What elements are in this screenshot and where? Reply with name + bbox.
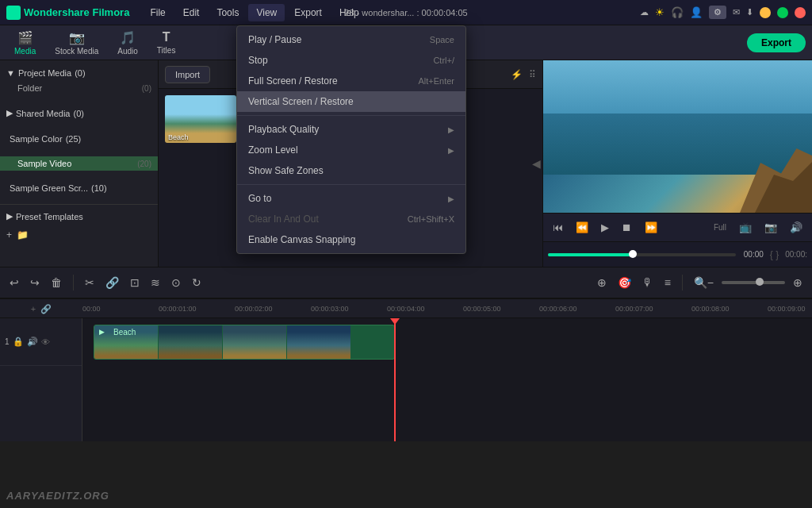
dd-shortcut-fullscreen: Alt+Enter	[418, 76, 454, 86]
ruler-mark-5: 00:00:05:00	[463, 305, 501, 313]
dd-item-vertical-screen[interactable]: Vertical Screen / Restore	[237, 91, 465, 112]
toolbar-audio[interactable]: 🎵 Audio	[109, 27, 146, 59]
toolbar-media[interactable]: 🎬 Media	[6, 27, 44, 59]
link-button[interactable]: 🔗	[102, 273, 122, 292]
reverse-button[interactable]: ↻	[189, 273, 205, 292]
dd-item-show-safe-zones[interactable]: Show Safe Zones	[237, 160, 465, 181]
media-thumb-beach[interactable]: Beach	[165, 95, 236, 143]
dd-item-playback-quality[interactable]: Playback Quality ▶	[237, 119, 465, 140]
timeline-add-button[interactable]: +	[31, 304, 36, 314]
menu-export[interactable]: Export	[286, 4, 330, 21]
dd-item-canvas-snapping[interactable]: Enable Canvas Snapping	[237, 229, 465, 250]
menu-tools[interactable]: Tools	[209, 4, 247, 21]
audio-edit-button[interactable]: ≋	[147, 273, 163, 292]
sidebar-folder-count: (0)	[142, 84, 151, 93]
sidebar-sample-green-section: Sample Green Scr... (10)	[0, 175, 158, 201]
motion-track-button[interactable]: 🎯	[615, 273, 634, 292]
export-button[interactable]: Export	[747, 33, 806, 52]
menu-file[interactable]: File	[142, 4, 173, 21]
prev-frame-button[interactable]: ⏮	[550, 220, 566, 235]
sidebar-sample-green-header[interactable]: Sample Green Scr... (10)	[0, 180, 158, 196]
title-bar: Wondershare Filmora File Edit Tools View…	[0, 0, 812, 25]
filter-icon[interactable]: ⚡	[511, 69, 523, 80]
zoom-out-button[interactable]: 🔍−	[691, 273, 717, 292]
menu-edit[interactable]: Edit	[175, 4, 208, 21]
camera-icon[interactable]: 📷	[761, 220, 780, 235]
cloud-icon[interactable]: ☁	[640, 7, 649, 17]
sidebar-preset-templates-header[interactable]: ▶ Preset Templates	[0, 208, 158, 225]
dd-item-zoom-level[interactable]: Zoom Level ▶	[237, 140, 465, 160]
grid-icon[interactable]: ⠿	[529, 69, 536, 80]
stop-button[interactable]: ⏹	[619, 220, 635, 235]
secondary-toolbar: ↩ ↪ 🗑 ✂ 🔗 ⊡ ≋ ⊙ ↻ ⊕ 🎯 🎙 ≡ 🔍− ⊕	[0, 267, 812, 298]
dd-label-play-pause: Play / Pause	[248, 34, 301, 45]
dd-shortcut-stop: Ctrl+/	[433, 56, 454, 65]
screen-icon[interactable]: 📺	[736, 220, 755, 235]
mix-button[interactable]: ≡	[661, 273, 674, 292]
app-logo-icon	[6, 6, 21, 20]
play-button[interactable]: ▶	[598, 220, 612, 235]
title-right-controls: ☁ ☀ 🎧 👤 ⚙ ✉ ⬇	[640, 6, 806, 19]
dd-item-play-pause[interactable]: Play / Pause Space	[237, 29, 465, 50]
rewind-button[interactable]: ⏪	[573, 220, 592, 235]
dd-separator-1	[237, 115, 465, 116]
track-lock-icon[interactable]: 🔒	[13, 337, 24, 347]
timeline-link-button[interactable]: 🔗	[40, 304, 52, 314]
track-visible-icon[interactable]: 👁	[41, 337, 50, 347]
menu-view[interactable]: View	[248, 4, 285, 21]
title-center: 28 - wondershar... : 00:00:04:05	[344, 8, 467, 17]
zoom-in-button[interactable]: ⊕	[790, 273, 806, 292]
folder-icon[interactable]: 📁	[17, 229, 29, 241]
scroll-arrow-left[interactable]: ◀	[532, 157, 541, 170]
close-button[interactable]	[795, 7, 806, 18]
crop-button[interactable]: ⊡	[127, 273, 143, 292]
preview-progress-fill	[548, 253, 633, 256]
minimize-button[interactable]	[760, 7, 771, 18]
sea-bg	[543, 114, 812, 175]
import-button[interactable]: Import	[165, 66, 210, 83]
fast-forward-button[interactable]: ⏩	[642, 220, 661, 235]
headphone-icon[interactable]: 🎧	[671, 6, 684, 18]
notifications-icon[interactable]: ✉	[733, 7, 740, 17]
track-audio-icon[interactable]: 🔊	[27, 337, 38, 347]
sun-icon[interactable]: ☀	[655, 6, 665, 18]
toolbar-titles[interactable]: T Titles	[149, 27, 184, 58]
snap-button[interactable]: ⊕	[594, 273, 610, 292]
preview-progress-bar[interactable]	[548, 253, 736, 256]
preview-controls: ⏮ ⏪ ▶ ⏹ ⏩ Full 📺 📷 🔊	[543, 213, 812, 241]
sidebar-project-media-header[interactable]: ▼ Project Media (0)	[0, 65, 158, 81]
clip-thumb-4	[287, 325, 350, 359]
dd-label-clear-in-out: Clear In And Out	[248, 214, 319, 225]
speed-button[interactable]: ⊙	[168, 273, 184, 292]
zoom-slider-handle[interactable]	[756, 278, 764, 286]
video-clip-beach[interactable]: ▶ Beach	[94, 325, 395, 360]
download-icon[interactable]: ⬇	[746, 7, 753, 17]
preview-full-label[interactable]: Full	[714, 223, 726, 232]
settings-icon[interactable]: ⚙	[709, 6, 726, 19]
sidebar-item-sample-video[interactable]: Sample Video (20)	[0, 156, 158, 171]
dd-item-stop[interactable]: Stop Ctrl+/	[237, 50, 465, 71]
delete-button[interactable]: 🗑	[48, 273, 65, 292]
track-number-1: 1	[5, 337, 10, 346]
redo-button[interactable]: ↪	[27, 273, 43, 292]
sidebar: ▼ Project Media (0) Folder (0) ▶ Shared …	[0, 60, 159, 267]
add-folder-icon[interactable]: +	[6, 229, 12, 241]
track-ctrl-row-1: 1 🔒 🔊 👁	[0, 318, 82, 366]
audio-track-button[interactable]: 🎙	[639, 273, 657, 292]
volume-icon[interactable]: 🔊	[787, 220, 806, 235]
user-icon[interactable]: 👤	[690, 6, 703, 18]
sidebar-item-folder[interactable]: Folder (0)	[0, 81, 158, 95]
sidebar-sample-color-header[interactable]: Sample Color (25)	[0, 131, 158, 147]
undo-button[interactable]: ↩	[6, 273, 22, 292]
dd-item-go-to[interactable]: Go to ▶	[237, 188, 465, 209]
maximize-button[interactable]	[777, 7, 788, 18]
dd-item-fullscreen[interactable]: Full Screen / Restore Alt+Enter	[237, 71, 465, 91]
dd-label-vertical-screen: Vertical Screen / Restore	[248, 96, 354, 107]
preview-progress-handle[interactable]	[629, 250, 637, 258]
sidebar-sample-video-label: Sample Video	[17, 159, 71, 168]
sidebar-shared-media-header[interactable]: ▶ Shared Media (0)	[0, 105, 158, 121]
cut-button[interactable]: ✂	[82, 273, 98, 292]
zoom-slider[interactable]	[722, 281, 785, 284]
toolbar-stock-media[interactable]: 📷 Stock Media	[47, 27, 106, 59]
sidebar-folder-label: Folder	[17, 83, 42, 93]
